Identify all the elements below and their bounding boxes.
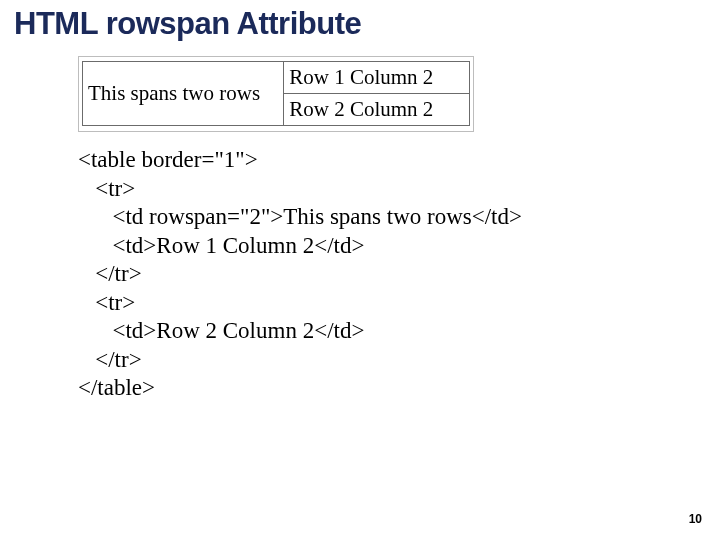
code-line: <td>Row 1 Column 2</td> [78,233,364,258]
code-line: <table border="1"> [78,147,258,172]
page-number: 10 [689,512,702,526]
table-row: This spans two rows Row 1 Column 2 [83,62,470,94]
code-line: </tr> [78,261,142,286]
code-line: <tr> [78,290,135,315]
example-rendered-table: This spans two rows Row 1 Column 2 Row 2… [82,61,470,126]
code-line: </tr> [78,347,142,372]
example-rendered-wrap: This spans two rows Row 1 Column 2 Row 2… [78,56,474,132]
code-line: <td>Row 2 Column 2</td> [78,318,364,343]
example-r1c2: Row 1 Column 2 [284,62,470,94]
code-line: <tr> [78,176,135,201]
code-sample: <table border="1"> <tr> <td rowspan="2">… [78,146,720,403]
example-span-cell: This spans two rows [83,62,284,126]
slide-title: HTML rowspan Attribute [14,6,720,42]
code-line: <td rowspan="2">This spans two rows</td> [78,204,522,229]
code-line: </table> [78,375,155,400]
example-r2c2: Row 2 Column 2 [284,94,470,126]
